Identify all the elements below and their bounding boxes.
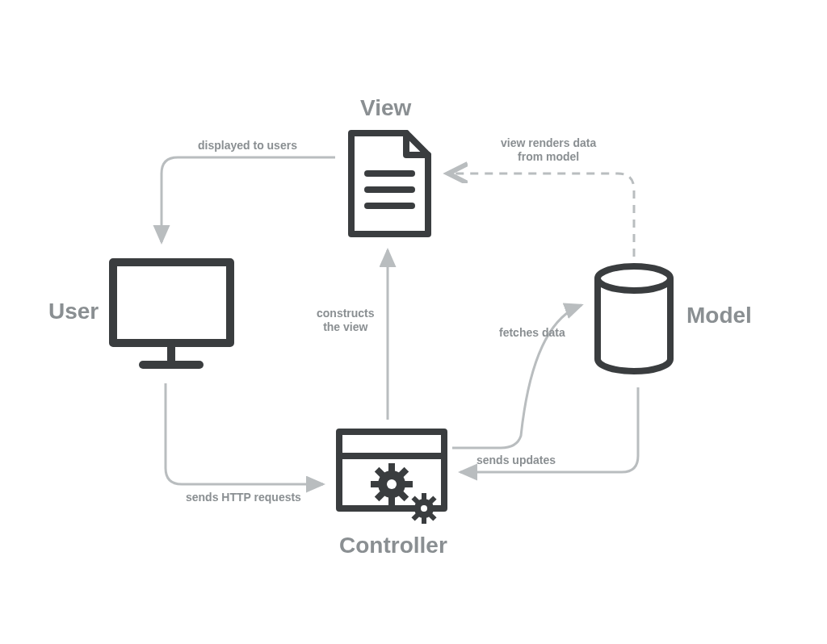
svg-rect-22 (422, 517, 426, 524)
svg-point-20 (421, 505, 427, 512)
document-icon (351, 133, 428, 234)
svg-rect-14 (405, 481, 413, 487)
database-icon (598, 266, 670, 371)
controller-icon (339, 432, 444, 524)
view-title: View (360, 95, 411, 121)
label-model-to-view: view renders data from model (501, 136, 596, 164)
svg-rect-3 (113, 262, 230, 343)
label-model-to-controller: sends updates (476, 454, 556, 467)
arrow-model-to-view (448, 174, 634, 257)
monitor-icon (113, 262, 230, 365)
label-user-to-controller: sends HTTP requests (186, 491, 301, 504)
svg-rect-13 (371, 481, 379, 487)
svg-rect-11 (388, 463, 395, 471)
model-title: Model (686, 303, 752, 328)
svg-point-10 (387, 479, 397, 489)
user-title: User (48, 299, 99, 324)
arrow-view-to-user (162, 157, 335, 242)
arrow-user-to-controller (166, 383, 323, 484)
label-controller-to-view: constructs the view (317, 307, 375, 334)
svg-rect-12 (388, 497, 395, 505)
label-view-to-user: displayed to users (198, 139, 297, 153)
mvc-diagram: View User Model Controller displayed to … (0, 0, 827, 644)
controller-title: Controller (339, 533, 447, 558)
svg-rect-24 (433, 506, 439, 511)
svg-rect-21 (422, 493, 426, 500)
label-controller-to-model: fetches data (499, 326, 565, 340)
svg-point-6 (598, 266, 670, 291)
svg-rect-23 (409, 506, 415, 511)
